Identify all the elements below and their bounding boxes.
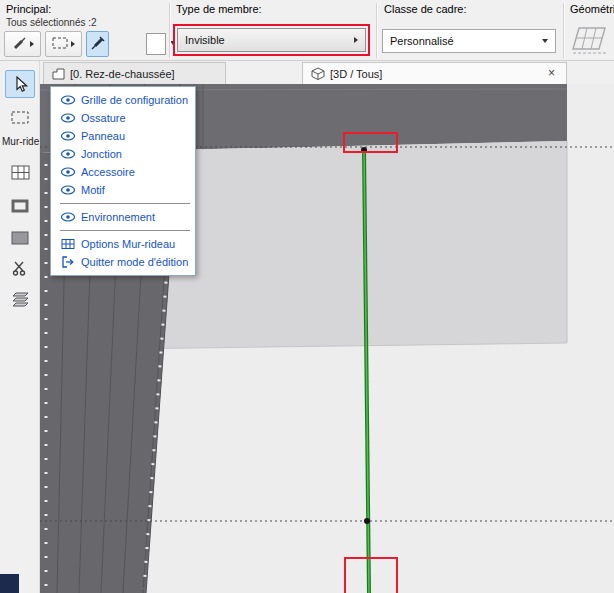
- geometry-method-icon: [571, 25, 609, 55]
- menu-item-jonction[interactable]: Jonction: [51, 145, 195, 163]
- menu-item-label: Motif: [81, 184, 105, 196]
- frame-tool[interactable]: [5, 192, 35, 220]
- toolbar-separator: [563, 3, 564, 58]
- principal-section-label: Principal:: [6, 3, 51, 15]
- panel-tool[interactable]: [5, 224, 35, 252]
- eye-icon: [59, 167, 76, 177]
- junction-tool[interactable]: [5, 254, 35, 282]
- eye-icon: [59, 95, 76, 105]
- accessory-tool[interactable]: [5, 285, 35, 313]
- scissors-icon: [12, 260, 28, 276]
- marquee-icon: [52, 37, 68, 51]
- frame-class-combo[interactable]: Personnalisé: [382, 29, 556, 53]
- menu-item-label: Jonction: [81, 148, 122, 160]
- menu-item-panneau[interactable]: Panneau: [51, 127, 195, 145]
- menu-item-motif[interactable]: Motif: [51, 181, 195, 199]
- eye-icon: [59, 185, 76, 195]
- tab-floor-plan-label: [0. Rez-de-chaussée]: [70, 68, 175, 80]
- menu-item-label: Environnement: [81, 211, 155, 223]
- layer-stack-icon: [11, 291, 29, 307]
- top-toolbar: Principal: Tous sélectionnés :2 Type de …: [0, 0, 614, 61]
- selection-highlight-bottom: [345, 558, 397, 593]
- flyout-arrow-icon: [71, 41, 75, 47]
- panel-icon: [11, 231, 29, 245]
- curtain-wall-view-menu: Grille de configuration Ossature Panneau…: [50, 86, 196, 276]
- marquee-icon: [11, 111, 29, 124]
- floor-plan-icon: [52, 68, 65, 80]
- frame-icon: [11, 199, 29, 213]
- geometry-section-label: Géométrie d: [570, 3, 614, 15]
- flyout-arrow-icon: [30, 41, 34, 47]
- frame-class-value: Personnalisé: [390, 35, 542, 47]
- toolbox-sidebar: Mur-ride: [0, 61, 40, 593]
- tab-3d-view[interactable]: [3D / Tous] ×: [302, 62, 567, 84]
- tab-bar: [0. Rez-de-chaussée] [3D / Tous] ×: [40, 61, 614, 84]
- exit-icon: [59, 256, 76, 268]
- inject-parameters-icon: [91, 36, 105, 52]
- grid-icon: [59, 238, 76, 250]
- marquee-selection-button[interactable]: [45, 31, 82, 57]
- toolbar-separator: [169, 3, 170, 58]
- scheme-grid-tool[interactable]: [5, 158, 35, 186]
- member-type-highlight: Invisible: [173, 24, 370, 56]
- pickup-parameters-button[interactable]: [4, 31, 41, 57]
- corner-block: [0, 574, 19, 593]
- eye-icon: [59, 149, 76, 159]
- menu-separator: [60, 203, 190, 204]
- archicad-window: Principal: Tous sélectionnés :2 Type de …: [0, 0, 614, 593]
- tab-3d-view-label: [3D / Tous]: [330, 68, 382, 80]
- menu-item-environnement[interactable]: Environnement: [51, 208, 195, 226]
- menu-item-label: Grille de configuration: [81, 94, 188, 106]
- eye-icon: [59, 131, 76, 141]
- menu-item-quitter-mode-edition[interactable]: Quitter mode d'édition: [51, 253, 195, 271]
- member-type-combo[interactable]: Invisible: [177, 28, 366, 52]
- menu-item-grille-configuration[interactable]: Grille de configuration: [51, 91, 195, 109]
- frame-class-label: Classe de cadre:: [384, 3, 467, 15]
- pickup-parameters-icon: [12, 36, 27, 52]
- menu-item-label: Accessoire: [81, 166, 135, 178]
- menu-item-label: Options Mur-rideau: [81, 238, 175, 250]
- surface-swatch-button[interactable]: [146, 33, 166, 55]
- member-type-label: Type de membre:: [176, 3, 262, 15]
- eye-icon: [59, 212, 76, 222]
- eye-icon: [59, 113, 76, 123]
- inject-parameters-button[interactable]: [86, 31, 109, 57]
- frame-class-dropdown-arrow-icon: [542, 39, 548, 43]
- menu-item-label: Panneau: [81, 130, 125, 142]
- selection-status: Tous sélectionnés :2: [6, 17, 97, 28]
- tab-floor-plan[interactable]: [0. Rez-de-chaussée]: [43, 62, 226, 84]
- menu-item-ossature[interactable]: Ossature: [51, 109, 195, 127]
- member-type-value: Invisible: [185, 34, 354, 46]
- member-type-flyout-arrow-icon: [354, 37, 358, 43]
- member-handle-mid[interactable]: [364, 518, 370, 524]
- menu-separator: [60, 230, 190, 231]
- geometry-method-button[interactable]: [571, 25, 609, 57]
- menu-item-options-mur-rideau[interactable]: Options Mur-rideau: [51, 235, 195, 253]
- toolbar-separator: [376, 3, 377, 58]
- select-tool[interactable]: [5, 70, 35, 98]
- menu-item-label: Quitter mode d'édition: [81, 256, 188, 268]
- menu-item-label: Ossature: [81, 112, 126, 124]
- 3d-view-icon: [311, 67, 325, 80]
- menu-item-accessoire[interactable]: Accessoire: [51, 163, 195, 181]
- marquee-tool[interactable]: [5, 103, 35, 131]
- arrow-cursor-icon: [13, 76, 28, 93]
- close-tab-icon[interactable]: ×: [544, 66, 559, 81]
- toolbox-group-label: Mur-ride: [2, 136, 39, 147]
- scheme-grid-icon: [11, 165, 30, 180]
